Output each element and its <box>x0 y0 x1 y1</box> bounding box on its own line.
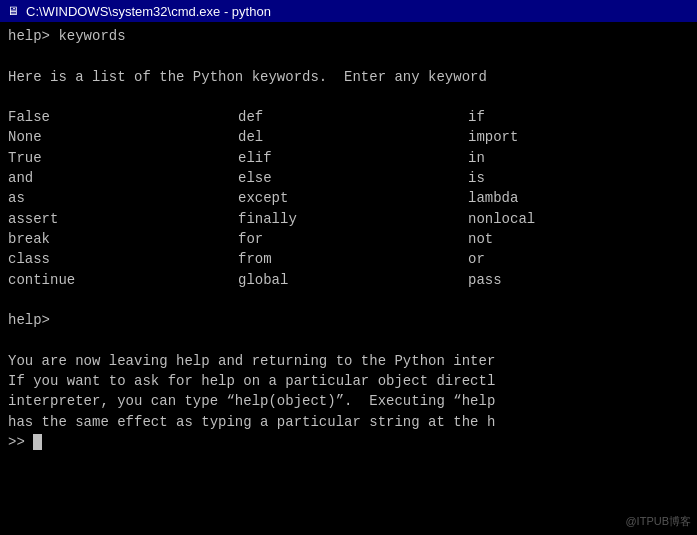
prompt-line-1: help> keywords <box>8 26 689 46</box>
cursor-line[interactable]: >> <box>8 432 689 452</box>
keyword-col1: class <box>8 249 238 269</box>
blank-2 <box>8 87 689 107</box>
keyword-col2: global <box>238 270 468 290</box>
keyword-col1: True <box>8 148 238 168</box>
title-bar: 🖥 C:\WINDOWS\system32\cmd.exe - python <box>0 0 697 22</box>
keyword-col3: or <box>468 249 668 269</box>
title-bar-icon: 🖥 <box>6 4 20 18</box>
keyword-col2: elif <box>238 148 468 168</box>
keyword-row: classfromor <box>8 249 689 269</box>
keyword-col1: as <box>8 188 238 208</box>
keyword-col3: import <box>468 127 668 147</box>
watermark: @ITPUB博客 <box>625 514 691 529</box>
keyword-col3: not <box>468 229 668 249</box>
keyword-col1: and <box>8 168 238 188</box>
keyword-col2: else <box>238 168 468 188</box>
keyword-row: Trueelifin <box>8 148 689 168</box>
description-line: Here is a list of the Python keywords. E… <box>8 67 689 87</box>
keyword-row: asexceptlambda <box>8 188 689 208</box>
keyword-row: Falsedefif <box>8 107 689 127</box>
keyword-col1: False <box>8 107 238 127</box>
keyword-row: Nonedelimport <box>8 127 689 147</box>
exit-text-2: If you want to ask for help on a particu… <box>8 371 689 391</box>
keyword-col2: for <box>238 229 468 249</box>
keyword-row: assertfinallynonlocal <box>8 209 689 229</box>
keyword-col3: is <box>468 168 668 188</box>
prompt-line-2: help> <box>8 310 689 330</box>
keyword-col1: continue <box>8 270 238 290</box>
keyword-row: andelseis <box>8 168 689 188</box>
keyword-col3: lambda <box>468 188 668 208</box>
exit-text-1: You are now leaving help and returning t… <box>8 351 689 371</box>
keyword-row: breakfornot <box>8 229 689 249</box>
keyword-col1: None <box>8 127 238 147</box>
keyword-col3: in <box>468 148 668 168</box>
keyword-col2: from <box>238 249 468 269</box>
title-bar-text: C:\WINDOWS\system32\cmd.exe - python <box>26 4 691 19</box>
keyword-col2: finally <box>238 209 468 229</box>
blank-3 <box>8 290 689 310</box>
console-body: help> keywords Here is a list of the Pyt… <box>0 22 697 535</box>
exit-text-4: has the same effect as typing a particul… <box>8 412 689 432</box>
exit-text-3: interpreter, you can type “help(object)”… <box>8 391 689 411</box>
keyword-table: FalsedefifNonedelimportTrueelifinandelse… <box>8 107 689 290</box>
blank-4 <box>8 330 689 350</box>
keyword-col3: nonlocal <box>468 209 668 229</box>
keyword-col2: del <box>238 127 468 147</box>
keyword-col3: if <box>468 107 668 127</box>
keyword-col3: pass <box>468 270 668 290</box>
blank-1 <box>8 46 689 66</box>
keyword-col1: assert <box>8 209 238 229</box>
keyword-col1: break <box>8 229 238 249</box>
keyword-row: continueglobalpass <box>8 270 689 290</box>
keyword-col2: except <box>238 188 468 208</box>
keyword-col2: def <box>238 107 468 127</box>
